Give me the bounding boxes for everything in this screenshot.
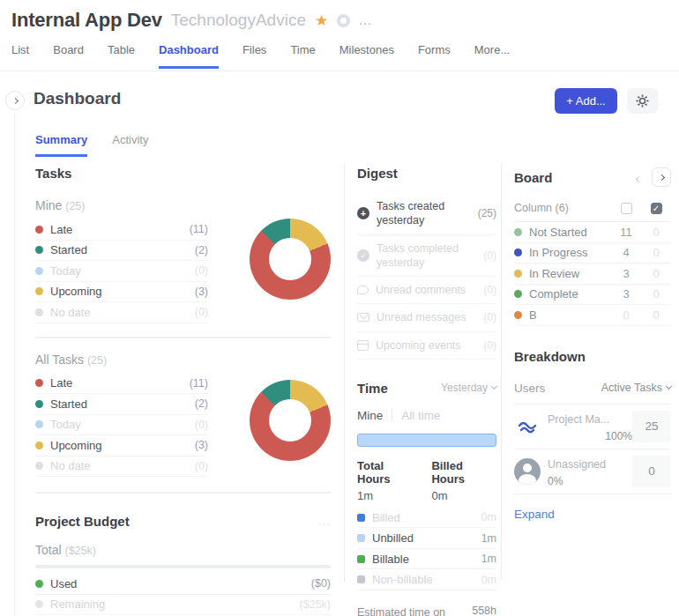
digest-item-label: Unread messages [377,310,476,324]
digest-item[interactable]: Upcoming events (0) [357,332,496,360]
time-header: Time Yesterday [357,381,496,396]
status-dot-icon [35,379,43,387]
digest-item[interactable]: Unread comments (0) [357,277,496,304]
task-status-row: Upcoming (3) [35,435,208,456]
time-legend-row: Billable 1m [357,549,496,570]
time-legend-label: Billable [372,553,481,566]
budget-options-ellipsis-icon[interactable]: ... [318,515,331,528]
board-row: Complete 3 0 [514,285,671,306]
users-label: Users [514,382,601,395]
status-count: (3) [195,439,208,451]
board-column-header: Column (6) [514,202,671,222]
project-nav-tab[interactable]: Table [108,43,135,69]
breakdown-title: Breakdown [514,349,671,364]
active-tasks-dropdown[interactable]: Active Tasks [601,382,671,394]
status-count: (0) [195,419,208,431]
project-nav-tab[interactable]: Board [53,43,84,69]
status-count: (3) [195,286,208,298]
board-status-dot-icon [514,228,522,236]
project-options-ellipsis-icon[interactable]: ... [359,13,372,27]
time-legend-label: Non-billable [372,573,481,586]
board-column-label: Column (6) [514,202,611,214]
board-status-dot-icon [514,270,522,278]
digest-item[interactable]: Tasks completed yesterday (0) [357,235,496,278]
status-label: No date [50,306,195,319]
tasks-group-mine: Mine (25) [35,198,331,212]
time-unbilled-bar-chart [357,434,496,447]
status-count: (0) [195,306,208,318]
project-nav-tab[interactable]: Milestones [340,43,394,69]
time-swatch-icon [357,575,365,583]
summary-activity-tabs: SummaryActivity [35,133,148,157]
digest-title: Digest [357,166,496,181]
task-status-row: Today (0) [35,415,208,436]
breakdown-subheader: Users Active Tasks [514,382,671,395]
board-row-count-2: 0 [641,246,671,259]
progress-ring-icon[interactable] [337,14,350,27]
project-nav-tab[interactable]: List [11,43,29,69]
settings-button[interactable] [627,88,658,114]
dashboard-subtab[interactable]: Activity [112,133,148,157]
status-count: (11) [190,377,208,390]
project-nav-tab[interactable]: Time [290,43,315,69]
digest-item[interactable]: Tasks created yesterday (25) [357,193,496,235]
project-nav-tab[interactable]: Dashboard [159,43,219,69]
status-count: (0) [195,460,208,472]
time-range-value: Yesterday [441,382,488,394]
budget-dot-icon [35,600,43,608]
time-range-dropdown[interactable]: Yesterday [441,382,496,394]
time-swatch-icon [357,514,365,522]
digest-item-icon [357,249,369,262]
user-task-count: 0 [632,456,671,487]
board-prev-button[interactable] [633,166,645,189]
dashboard-subtab[interactable]: Summary [35,133,87,157]
board-header: Board [514,166,671,189]
task-status-row: Late (11) [35,219,208,241]
breakdown-user-row[interactable]: Project Ma... 100% 25 [514,404,671,449]
board-next-button[interactable] [652,167,671,187]
star-favorite-icon[interactable]: ★ [315,13,328,28]
add-button[interactable]: + Add... [555,88,617,114]
status-dot-icon [35,400,43,408]
status-dot-icon [35,287,43,295]
time-title: Time [357,381,441,396]
time-swatch-icon [357,555,365,563]
tasks-mine-donut-chart [250,219,331,300]
board-row-label: In Review [529,267,611,280]
collapse-panel-button[interactable] [5,91,25,110]
budget-legend: Used ($0) Remaining ($25k) [35,574,331,615]
status-dot-icon [35,246,43,254]
group-total: (25) [65,200,85,212]
status-dot-icon [35,226,43,234]
total-hours-value: 1m [357,489,417,502]
status-dot-icon [35,442,43,449]
chevron-down-icon [491,383,497,390]
project-nav-tab[interactable]: Forms [418,43,451,69]
checkbox-unchecked-icon[interactable] [621,203,632,214]
board-row-count-1: 0 [611,308,641,322]
board-status-dot-icon [514,249,522,256]
time-tab-mine[interactable]: Mine [357,409,383,422]
column-divider [501,164,502,579]
project-nav-tab[interactable]: More... [474,43,510,69]
time-swatch-icon [357,534,365,542]
user-percent: 0% [548,475,563,487]
digest-item[interactable]: Unread messages (0) [357,304,496,331]
project-nav-tab[interactable]: Files [242,43,266,69]
wave-logo-icon [514,413,541,440]
project-header: Internal App Dev TechnologyAdvice ★ ... … [0,0,679,71]
status-label: Today [50,264,195,278]
status-count: (11) [190,223,208,235]
tasks-all-legend: Late (11) Started (2) Today (0) Upcoming… [35,374,208,478]
board-row-count-2: 0 [641,267,671,280]
time-tab-all-time[interactable]: All time [401,409,440,422]
breakdown-user-row[interactable]: Unassigned 0% 0 [514,449,671,494]
status-label: Late [50,376,190,390]
expand-link[interactable]: Expand [514,508,671,521]
tab-separator [392,409,392,421]
thread-line [14,113,15,616]
chevron-right-icon [658,174,664,180]
board-row: In Review 3 0 [514,263,671,285]
checkbox-checked-icon[interactable] [651,203,662,214]
dashboard-page: Internal App Dev TechnologyAdvice ★ ... … [0,0,679,616]
